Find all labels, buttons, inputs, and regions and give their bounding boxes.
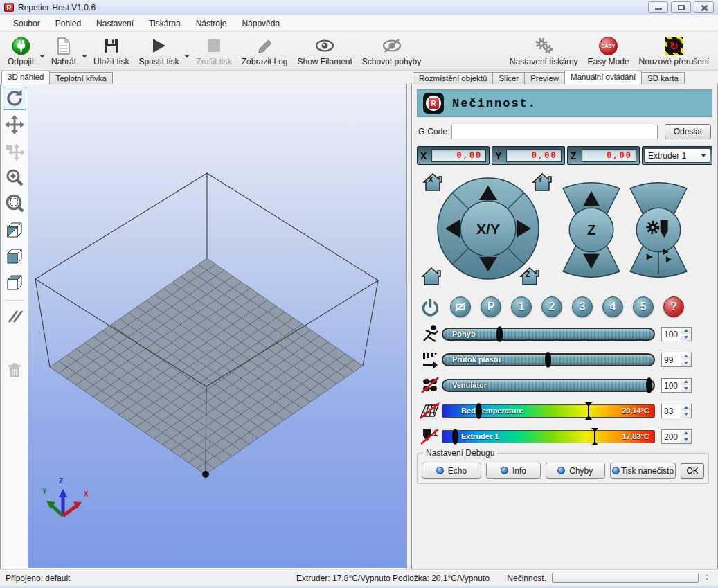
- spin-down-arrow[interactable]: [681, 436, 691, 443]
- rotate-view-button[interactable]: [3, 87, 26, 110]
- extruder-temperature-handle[interactable]: [452, 429, 458, 445]
- spin-down-arrow[interactable]: [681, 359, 691, 366]
- gcode-label: G-Code:: [418, 127, 451, 136]
- gcode-input[interactable]: [451, 125, 658, 139]
- spin-up-arrow[interactable]: [681, 328, 691, 335]
- start-print-dropdown-arrow[interactable]: [184, 55, 190, 58]
- extruder-select[interactable]: Extruder 1: [644, 148, 710, 163]
- debug-errors-button[interactable]: Chyby: [546, 463, 605, 479]
- load-dropdown-arrow[interactable]: [82, 55, 87, 58]
- save-print-button[interactable]: Uložit tisk: [89, 33, 134, 70]
- motors-off-button[interactable]: [450, 296, 471, 317]
- fan-slider[interactable]: Ventilátor: [442, 379, 655, 392]
- debug-dry-run-button[interactable]: Tisk nanečisto: [610, 463, 676, 479]
- spin-down-arrow[interactable]: [681, 385, 691, 392]
- tab-slicer[interactable]: Slicer: [492, 72, 525, 84]
- menu-pohled[interactable]: Pohled: [48, 17, 89, 30]
- power-button[interactable]: [420, 297, 440, 317]
- home-y-button[interactable]: Y: [531, 172, 553, 193]
- tab-sd-card[interactable]: SD karta: [641, 72, 685, 84]
- spin-down-arrow[interactable]: [681, 334, 691, 341]
- preset-1-button[interactable]: 1: [511, 296, 532, 317]
- feedrate-handle[interactable]: [496, 326, 503, 342]
- tab-3d-view[interactable]: 3D náhled: [1, 71, 50, 84]
- menu-napoveda[interactable]: Nápověda: [234, 17, 287, 30]
- home-z-button[interactable]: Z: [519, 266, 541, 287]
- menu-nastroje[interactable]: Nástroje: [188, 17, 235, 30]
- isometric-view-button[interactable]: [3, 218, 26, 242]
- tab-temperature-curve[interactable]: Teplotní křivka: [49, 72, 113, 84]
- debug-info-button[interactable]: Info: [486, 463, 541, 479]
- easy-mode-button[interactable]: EASY Easy Mode: [583, 33, 634, 70]
- debug-settings-group: Nastavení Debugu Echo Info Chyby Tisk na…: [417, 453, 709, 484]
- show-filament-button[interactable]: Show Filament: [292, 33, 357, 70]
- printer-status-text: Nečinnost.: [452, 97, 537, 110]
- flowrate-handle[interactable]: [545, 352, 551, 368]
- extruder-jog-control[interactable]: [624, 175, 693, 285]
- menu-nastaveni[interactable]: Nastavení: [89, 17, 141, 30]
- fan-handle[interactable]: [646, 377, 652, 393]
- front-view-button[interactable]: [3, 244, 26, 268]
- preset-2-button[interactable]: 2: [541, 296, 562, 317]
- disconnect-button[interactable]: Odpojit: [3, 33, 39, 70]
- spin-up-arrow[interactable]: [681, 430, 691, 437]
- top-view-button[interactable]: [3, 271, 26, 294]
- debug-echo-button[interactable]: Echo: [422, 463, 481, 479]
- flowrate-spinbox[interactable]: 99: [661, 353, 692, 367]
- fan-spinbox[interactable]: 100: [661, 378, 692, 393]
- tab-manual-control[interactable]: Manuální ovládání: [564, 71, 642, 84]
- fit-view-button[interactable]: [3, 192, 26, 215]
- spin-up-arrow[interactable]: [681, 353, 691, 360]
- close-button[interactable]: [694, 1, 714, 13]
- menu-soubor[interactable]: Soubor: [6, 17, 48, 30]
- view-toolbar: [1, 84, 28, 569]
- spin-up-arrow[interactable]: [681, 379, 691, 386]
- titlebar[interactable]: R Repetier-Host V1.0.6: [0, 0, 718, 15]
- printer-state-status: Nečinnost.: [507, 573, 546, 583]
- printer-settings-button[interactable]: Nastavení tiskárny: [505, 33, 583, 70]
- feedrate-spinbox[interactable]: 100: [661, 327, 692, 341]
- extruder-temperature-slider[interactable]: Extruder 1 17,83°C: [442, 430, 655, 443]
- spin-up-arrow[interactable]: [681, 404, 691, 411]
- home-z-label: Z: [526, 271, 530, 278]
- parallel-projection-button[interactable]: [3, 305, 26, 328]
- tab-preview[interactable]: Preview: [524, 72, 565, 84]
- home-all-button[interactable]: [420, 266, 442, 287]
- z-jog-control[interactable]: Z: [557, 175, 626, 285]
- home-x-button[interactable]: X: [422, 172, 444, 193]
- preset-3-button[interactable]: 3: [572, 296, 593, 317]
- debug-ok-button[interactable]: OK: [681, 463, 704, 479]
- extruder-heater-off-icon: 1: [418, 427, 442, 445]
- show-log-button[interactable]: Zobrazit Log: [237, 33, 293, 70]
- flowrate-label: Průtok plastu: [452, 355, 501, 364]
- repetier-host-window: { "window": { "title": "Repetier-Host V1…: [0, 0, 718, 588]
- 3d-viewport[interactable]: X Y Z: [28, 84, 406, 569]
- flowrate-slider[interactable]: Průtok plastu: [442, 353, 655, 366]
- minimize-button[interactable]: [648, 1, 668, 13]
- load-button[interactable]: Nahrát: [46, 33, 81, 70]
- emergency-stop-button[interactable]: ↻ Nouzové přerušení: [634, 33, 714, 70]
- feedrate-row: Pohyb 100: [418, 325, 711, 343]
- cancel-print-button: Zrušit tisk: [191, 33, 236, 70]
- disconnect-dropdown-arrow[interactable]: [39, 55, 45, 58]
- bed-temperature-handle[interactable]: [476, 403, 482, 419]
- preset-4-button[interactable]: 4: [602, 296, 623, 317]
- feedrate-slider[interactable]: Pohyb: [442, 328, 655, 341]
- maximize-button[interactable]: [671, 1, 691, 13]
- preset-5-button[interactable]: 5: [633, 296, 654, 317]
- resize-grip[interactable]: [706, 574, 708, 582]
- menu-tiskarna[interactable]: Tiskárna: [141, 17, 188, 30]
- hide-travel-moves-button[interactable]: Schovat pohyby: [357, 33, 426, 70]
- help-button[interactable]: ?: [663, 296, 684, 317]
- park-button[interactable]: P: [481, 296, 501, 317]
- zoom-in-button[interactable]: [3, 166, 26, 189]
- spin-down-arrow[interactable]: [681, 411, 691, 418]
- tab-object-placement[interactable]: Rozmístění objektů: [413, 72, 493, 84]
- move-view-button[interactable]: [3, 113, 26, 136]
- extruder-temperature-spinbox[interactable]: 200: [661, 429, 692, 444]
- bed-temperature-spinbox[interactable]: 83: [661, 404, 692, 418]
- start-print-button[interactable]: Spustit tisk: [134, 33, 183, 70]
- fan-row: Ventilátor 100: [418, 376, 711, 394]
- send-gcode-button[interactable]: Odeslat: [665, 124, 711, 139]
- bed-temperature-slider[interactable]: Bed Temperature 20,14°C: [442, 404, 655, 418]
